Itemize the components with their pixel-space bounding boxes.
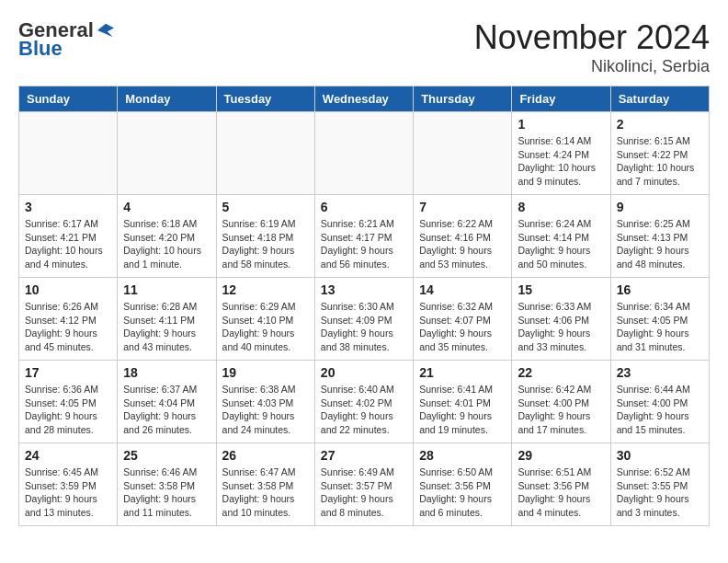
- day-number: 5: [222, 200, 309, 214]
- day-number: 19: [222, 365, 309, 380]
- day-info: Sunrise: 6:22 AMSunset: 4:16 PMDaylight:…: [419, 217, 506, 271]
- page-header: General Blue November 2024 Nikolinci, Se…: [18, 18, 710, 76]
- day-info: Sunrise: 6:24 AMSunset: 4:14 PMDaylight:…: [518, 217, 604, 271]
- day-number: 14: [419, 282, 506, 297]
- day-number: 25: [123, 448, 210, 463]
- calendar-col-header: Saturday: [610, 86, 709, 112]
- day-info: Sunrise: 6:51 AMSunset: 3:56 PMDaylight:…: [518, 465, 604, 520]
- logo: General Blue: [18, 18, 114, 61]
- day-info: Sunrise: 6:30 AMSunset: 4:09 PMDaylight:…: [321, 300, 407, 354]
- calendar-week-row: 10Sunrise: 6:26 AMSunset: 4:12 PMDayligh…: [19, 278, 710, 361]
- day-info: Sunrise: 6:34 AMSunset: 4:05 PMDaylight:…: [617, 300, 703, 354]
- day-number: 21: [419, 365, 506, 380]
- calendar-day-cell: 23Sunrise: 6:44 AMSunset: 4:00 PMDayligh…: [610, 361, 709, 443]
- day-number: 9: [617, 200, 703, 214]
- day-info: Sunrise: 6:41 AMSunset: 4:01 PMDaylight:…: [419, 383, 506, 437]
- calendar-day-cell: 24Sunrise: 6:45 AMSunset: 3:59 PMDayligh…: [19, 443, 118, 526]
- day-number: 27: [321, 448, 407, 463]
- day-number: 1: [518, 117, 604, 132]
- day-info: Sunrise: 6:32 AMSunset: 4:07 PMDaylight:…: [419, 300, 506, 354]
- location: Nikolinci, Serbia: [474, 57, 710, 76]
- day-number: 11: [123, 282, 210, 297]
- day-number: 6: [321, 200, 407, 214]
- day-info: Sunrise: 6:45 AMSunset: 3:59 PMDaylight:…: [25, 465, 111, 520]
- day-info: Sunrise: 6:42 AMSunset: 4:00 PMDaylight:…: [518, 383, 604, 437]
- calendar-day-cell: 1Sunrise: 6:14 AMSunset: 4:24 PMDaylight…: [512, 112, 610, 195]
- calendar-day-cell: 20Sunrise: 6:40 AMSunset: 4:02 PMDayligh…: [314, 361, 413, 443]
- day-number: 12: [222, 282, 309, 297]
- calendar-day-cell: [216, 112, 314, 195]
- calendar-col-header: Friday: [512, 86, 610, 112]
- day-info: Sunrise: 6:29 AMSunset: 4:10 PMDaylight:…: [222, 300, 309, 354]
- month-title: November 2024: [474, 18, 710, 57]
- day-info: Sunrise: 6:33 AMSunset: 4:06 PMDaylight:…: [518, 300, 604, 354]
- day-info: Sunrise: 6:50 AMSunset: 3:56 PMDaylight:…: [419, 465, 506, 520]
- calendar-day-cell: 15Sunrise: 6:33 AMSunset: 4:06 PMDayligh…: [512, 278, 610, 361]
- logo-bird-icon: [97, 22, 114, 39]
- calendar-day-cell: 13Sunrise: 6:30 AMSunset: 4:09 PMDayligh…: [314, 278, 413, 361]
- calendar-day-cell: 27Sunrise: 6:49 AMSunset: 3:57 PMDayligh…: [314, 443, 413, 526]
- calendar-table: SundayMondayTuesdayWednesdayThursdayFrid…: [18, 86, 710, 526]
- calendar-day-cell: 7Sunrise: 6:22 AMSunset: 4:16 PMDaylight…: [414, 195, 512, 278]
- calendar-day-cell: 5Sunrise: 6:19 AMSunset: 4:18 PMDaylight…: [216, 195, 314, 278]
- calendar-day-cell: 14Sunrise: 6:32 AMSunset: 4:07 PMDayligh…: [414, 278, 512, 361]
- day-info: Sunrise: 6:21 AMSunset: 4:17 PMDaylight:…: [321, 217, 407, 271]
- calendar-day-cell: 26Sunrise: 6:47 AMSunset: 3:58 PMDayligh…: [216, 443, 314, 526]
- day-number: 17: [25, 365, 111, 380]
- day-info: Sunrise: 6:47 AMSunset: 3:58 PMDaylight:…: [222, 465, 309, 520]
- calendar-day-cell: 12Sunrise: 6:29 AMSunset: 4:10 PMDayligh…: [216, 278, 314, 361]
- calendar-week-row: 1Sunrise: 6:14 AMSunset: 4:24 PMDaylight…: [19, 112, 710, 195]
- calendar-day-cell: 2Sunrise: 6:15 AMSunset: 4:22 PMDaylight…: [610, 112, 709, 195]
- day-number: 30: [617, 448, 703, 463]
- day-info: Sunrise: 6:37 AMSunset: 4:04 PMDaylight:…: [123, 383, 210, 437]
- day-info: Sunrise: 6:38 AMSunset: 4:03 PMDaylight:…: [222, 383, 309, 437]
- day-info: Sunrise: 6:46 AMSunset: 3:58 PMDaylight:…: [123, 465, 210, 520]
- calendar-day-cell: 17Sunrise: 6:36 AMSunset: 4:05 PMDayligh…: [19, 361, 118, 443]
- day-info: Sunrise: 6:18 AMSunset: 4:20 PMDaylight:…: [123, 217, 210, 271]
- calendar-col-header: Wednesday: [314, 86, 413, 112]
- svg-marker-0: [97, 24, 114, 37]
- day-number: 13: [321, 282, 407, 297]
- calendar-col-header: Sunday: [19, 86, 118, 112]
- day-info: Sunrise: 6:15 AMSunset: 4:22 PMDaylight:…: [617, 134, 703, 189]
- calendar-day-cell: 16Sunrise: 6:34 AMSunset: 4:05 PMDayligh…: [610, 278, 709, 361]
- day-number: 7: [419, 200, 506, 214]
- day-number: 22: [518, 365, 604, 380]
- calendar-day-cell: 9Sunrise: 6:25 AMSunset: 4:13 PMDaylight…: [610, 195, 709, 278]
- calendar-col-header: Thursday: [414, 86, 512, 112]
- day-info: Sunrise: 6:44 AMSunset: 4:00 PMDaylight:…: [617, 383, 703, 437]
- calendar-day-cell: 19Sunrise: 6:38 AMSunset: 4:03 PMDayligh…: [216, 361, 314, 443]
- calendar-header-row: SundayMondayTuesdayWednesdayThursdayFrid…: [19, 86, 710, 112]
- day-number: 4: [123, 200, 210, 214]
- calendar-day-cell: 4Sunrise: 6:18 AMSunset: 4:20 PMDaylight…: [118, 195, 216, 278]
- day-number: 8: [518, 200, 604, 214]
- day-info: Sunrise: 6:25 AMSunset: 4:13 PMDaylight:…: [617, 217, 703, 271]
- day-info: Sunrise: 6:17 AMSunset: 4:21 PMDaylight:…: [25, 217, 111, 271]
- calendar-day-cell: 28Sunrise: 6:50 AMSunset: 3:56 PMDayligh…: [414, 443, 512, 526]
- day-number: 24: [25, 448, 111, 463]
- calendar-day-cell: [314, 112, 413, 195]
- calendar-day-cell: 21Sunrise: 6:41 AMSunset: 4:01 PMDayligh…: [414, 361, 512, 443]
- calendar-day-cell: 8Sunrise: 6:24 AMSunset: 4:14 PMDaylight…: [512, 195, 610, 278]
- day-info: Sunrise: 6:52 AMSunset: 3:55 PMDaylight:…: [617, 465, 703, 520]
- calendar-day-cell: 22Sunrise: 6:42 AMSunset: 4:00 PMDayligh…: [512, 361, 610, 443]
- day-info: Sunrise: 6:19 AMSunset: 4:18 PMDaylight:…: [222, 217, 309, 271]
- calendar-day-cell: 25Sunrise: 6:46 AMSunset: 3:58 PMDayligh…: [118, 443, 216, 526]
- day-number: 18: [123, 365, 210, 380]
- calendar-day-cell: [118, 112, 216, 195]
- calendar-week-row: 17Sunrise: 6:36 AMSunset: 4:05 PMDayligh…: [19, 361, 710, 443]
- calendar-day-cell: 29Sunrise: 6:51 AMSunset: 3:56 PMDayligh…: [512, 443, 610, 526]
- day-number: 28: [419, 448, 506, 463]
- calendar-week-row: 24Sunrise: 6:45 AMSunset: 3:59 PMDayligh…: [19, 443, 710, 526]
- calendar-day-cell: 30Sunrise: 6:52 AMSunset: 3:55 PMDayligh…: [610, 443, 709, 526]
- calendar-day-cell: [414, 112, 512, 195]
- day-info: Sunrise: 6:36 AMSunset: 4:05 PMDaylight:…: [25, 383, 111, 437]
- calendar-day-cell: [19, 112, 118, 195]
- calendar-day-cell: 6Sunrise: 6:21 AMSunset: 4:17 PMDaylight…: [314, 195, 413, 278]
- day-number: 3: [25, 200, 111, 214]
- day-info: Sunrise: 6:26 AMSunset: 4:12 PMDaylight:…: [25, 300, 111, 354]
- calendar-week-row: 3Sunrise: 6:17 AMSunset: 4:21 PMDaylight…: [19, 195, 710, 278]
- day-number: 23: [617, 365, 703, 380]
- calendar-day-cell: 11Sunrise: 6:28 AMSunset: 4:11 PMDayligh…: [118, 278, 216, 361]
- calendar-col-header: Tuesday: [216, 86, 314, 112]
